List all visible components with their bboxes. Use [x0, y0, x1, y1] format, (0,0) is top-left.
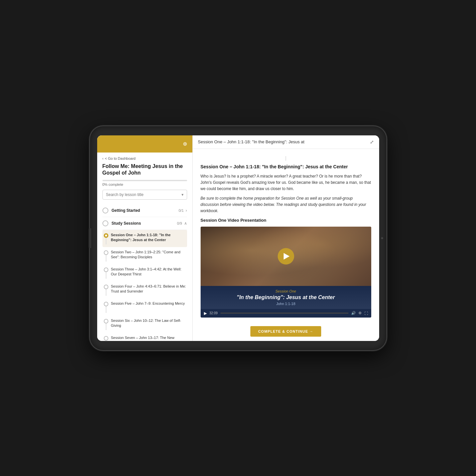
- video-caption-bar: Session One "In the Beginning": Jesus at…: [201, 286, 371, 309]
- lesson-line: [106, 323, 106, 330]
- lesson-item[interactable]: Session One – John 1:1-18: "In the Begin…: [102, 230, 187, 247]
- video-caption-session: Session One: [206, 289, 366, 293]
- lesson-dot: [104, 336, 108, 341]
- lesson-text: Session Four – John 4:43–6:71: Believe i…: [111, 284, 187, 294]
- back-label: < Go to Dashboard: [105, 156, 135, 160]
- lesson-line: [106, 272, 106, 279]
- complete-continue-button[interactable]: COMPLETE & CONTINUE →: [250, 326, 322, 337]
- chevron-down-icon: ∧: [184, 221, 187, 226]
- search-box[interactable]: ▾: [102, 190, 187, 200]
- lesson-connector: [104, 233, 108, 244]
- lesson-text: Session Five – John 7–9: Encountering Me…: [111, 301, 187, 306]
- sidebar: ⊕ ‹ < Go to Dashboard Follow Me: Meeting…: [97, 135, 193, 341]
- lesson-line: [106, 255, 106, 262]
- lesson-text: Session Two – John 1:19–2:25: "Come and …: [111, 250, 187, 260]
- sidebar-content: ‹ < Go to Dashboard Follow Me: Meeting J…: [97, 153, 192, 341]
- video-controls: ▶ 32:09 🔊 ⚙ ⛶: [201, 309, 371, 318]
- lesson-dot: [104, 250, 108, 255]
- video-caption-ref: John 1:1-18: [206, 302, 366, 306]
- lesson-dot: [104, 302, 108, 306]
- volume-icon[interactable]: 🔊: [351, 311, 356, 315]
- lesson-para-2-text: Be sure to complete the home preparation…: [201, 196, 366, 213]
- tablet-home-button[interactable]: [89, 228, 91, 248]
- content-header: Session One – John 1:1-18: "In the Begin…: [193, 135, 379, 149]
- lesson-dot-in-progress: [104, 233, 108, 238]
- lesson-item[interactable]: Session Seven – John 13–17: The New: [102, 333, 187, 341]
- lesson-text: Session Six – John 10–12: The Law of Sel…: [111, 318, 187, 328]
- play-triangle-icon: [284, 253, 290, 260]
- video-caption-title: "In the Beginning": Jesus at the Center: [206, 294, 366, 300]
- section-getting-started[interactable]: Getting Started 0/1 ›: [102, 204, 187, 217]
- lesson-dot: [104, 285, 108, 289]
- lesson-item[interactable]: Session Five – John 7–9: Encountering Me…: [102, 298, 187, 316]
- lesson-dot: [104, 319, 108, 323]
- app-layout: ⊕ ‹ < Go to Dashboard Follow Me: Meeting…: [97, 135, 379, 341]
- section-title: Getting Started: [112, 208, 179, 213]
- lessons-list: Session One – John 1:1-18: "In the Begin…: [102, 230, 187, 341]
- content-header-title: Session One – John 1:1-18: "In the Begin…: [198, 139, 305, 144]
- chevron-right-icon: ›: [186, 208, 187, 213]
- video-thumbnail[interactable]: [201, 227, 371, 286]
- play-button[interactable]: [278, 248, 294, 265]
- tablet-camera: [381, 237, 383, 239]
- lesson-item[interactable]: Session Two – John 1:19–2:25: "Come and …: [102, 247, 187, 264]
- lesson-line: [106, 289, 106, 296]
- settings-icon[interactable]: ⚙: [358, 311, 362, 315]
- tablet-frame: ⊕ ‹ < Go to Dashboard Follow Me: Meeting…: [90, 126, 386, 350]
- sidebar-header: ⊕: [97, 135, 192, 153]
- lesson-heading: Session One – John 1:1-18: "In the Begin…: [201, 164, 371, 169]
- content-body: | Session One – John 1:1-18: "In the Beg…: [193, 149, 379, 341]
- back-to-dashboard-link[interactable]: ‹ < Go to Dashboard: [102, 156, 187, 160]
- video-time-display: 32:09: [210, 311, 218, 315]
- video-container: Session One "In the Beginning": Jesus at…: [201, 227, 371, 318]
- lesson-text: Session One – John 1:1-18: "In the Begin…: [111, 233, 187, 243]
- back-arrow-icon: ‹: [102, 156, 104, 160]
- lesson-item[interactable]: Session Four – John 4:43–6:71: Believe i…: [102, 281, 187, 298]
- search-input[interactable]: [106, 192, 182, 197]
- lesson-para-1: Who is Jesus? Is he a prophet? A miracle…: [201, 173, 371, 192]
- section-study-sessions[interactable]: Study Sessions 0/9 ∧: [102, 217, 187, 230]
- lesson-para-2: Be sure to complete the home preparation…: [201, 195, 371, 214]
- progress-track: [102, 180, 187, 181]
- lesson-connector: [104, 335, 108, 341]
- lesson-item[interactable]: Session Six – John 10–12: The Law of Sel…: [102, 316, 187, 333]
- lesson-item[interactable]: Session Three – John 3:1–4:42: At the We…: [102, 264, 187, 281]
- lesson-connector: [104, 318, 108, 330]
- section-count: 0/9: [177, 221, 182, 225]
- section-check-icon: [102, 220, 108, 226]
- lesson-line: [106, 238, 106, 244]
- expand-icon[interactable]: ⤢: [370, 139, 374, 145]
- section-title: Study Sessions: [112, 221, 177, 226]
- fullscreen-icon[interactable]: ⛶: [364, 311, 368, 315]
- complete-btn-wrap: COMPLETE & CONTINUE →: [201, 323, 371, 340]
- search-dropdown-icon[interactable]: ▾: [182, 192, 183, 197]
- video-control-icons: 🔊 ⚙ ⛶: [351, 311, 368, 315]
- video-section-label: Session One Video Presentation: [201, 218, 371, 223]
- progress-label: 0% complete: [102, 182, 187, 186]
- progress-section: 0% complete: [102, 180, 187, 186]
- course-title: Follow Me: Meeting Jesus in the Gospel o…: [102, 163, 187, 177]
- lesson-dot: [104, 267, 108, 272]
- lesson-line: [106, 306, 106, 313]
- lesson-connector: [104, 301, 108, 313]
- main-content: Session One – John 1:1-18: "In the Begin…: [193, 135, 379, 341]
- lesson-connector: [104, 250, 108, 262]
- section-count: 0/1: [179, 209, 183, 212]
- section-check-icon: [102, 208, 108, 213]
- lesson-text: Session Three – John 3:1–4:42: At the We…: [111, 267, 187, 277]
- video-play-control-icon[interactable]: ▶: [204, 311, 207, 316]
- tablet-screen: ⊕ ‹ < Go to Dashboard Follow Me: Meeting…: [97, 135, 379, 341]
- video-progress-bar[interactable]: [220, 313, 349, 314]
- lesson-connector: [104, 267, 108, 279]
- share-icon[interactable]: ⊕: [183, 141, 187, 147]
- decorative-line: |: [201, 155, 371, 161]
- lesson-connector: [104, 284, 108, 296]
- lesson-text: Session Seven – John 13–17: The New: [111, 335, 187, 340]
